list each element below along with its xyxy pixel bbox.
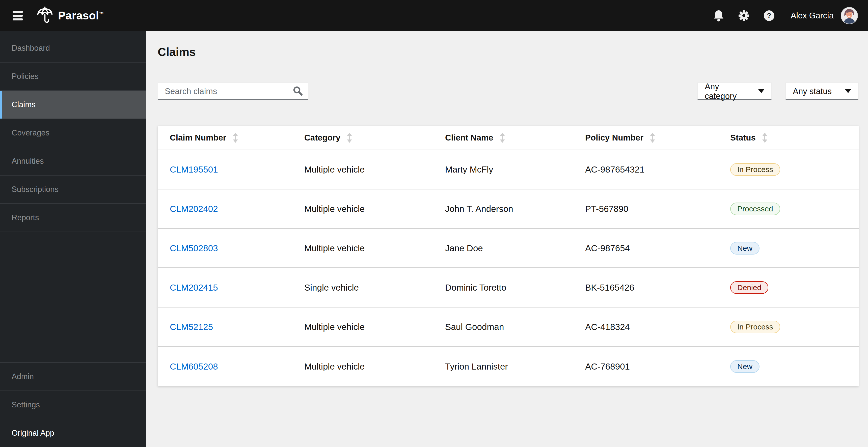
masthead-right: ? Alex Garcia: [699, 7, 858, 24]
policy-number-cell: AC-418324: [573, 322, 718, 332]
table-row: CLM502803 Multiple vehicle Jane Doe AC-9…: [158, 229, 859, 268]
claim-number-link[interactable]: CLM52125: [158, 322, 292, 332]
table-row: CLM52125 Multiple vehicle Saul Goodman A…: [158, 308, 859, 347]
sidebar: Dashboard Policies Claims Coverages Annu…: [0, 31, 146, 447]
sidebar-item-reports[interactable]: Reports: [0, 204, 146, 232]
sidebar-item-claims[interactable]: Claims: [0, 91, 146, 119]
user-name[interactable]: Alex Garcia: [790, 11, 834, 21]
toolbar: Any category Any status: [158, 83, 859, 100]
policy-number-cell: AC-987654: [573, 243, 718, 253]
category-cell: Multiple vehicle: [292, 164, 433, 174]
status-badge: Processed: [730, 202, 780, 215]
client-name-cell: Dominic Toretto: [433, 283, 573, 293]
claim-number-link[interactable]: CLM605208: [158, 361, 292, 372]
sidebar-bottom-nav: Admin Settings Original App: [0, 362, 146, 447]
column-header-client-name[interactable]: Client Name: [433, 133, 573, 143]
client-name-cell: Saul Goodman: [433, 322, 573, 332]
client-name-cell: John T. Anderson: [433, 204, 573, 214]
sort-icon: [650, 133, 655, 143]
sidebar-item-settings[interactable]: Settings: [0, 390, 146, 419]
table-header: Claim Number Category Client Name Policy…: [158, 126, 859, 150]
sidebar-item-policies[interactable]: Policies: [0, 63, 146, 91]
column-header-status[interactable]: Status: [718, 133, 859, 143]
search-box: [158, 83, 308, 100]
policy-number-cell: AC-768901: [573, 361, 718, 372]
chevron-down-icon: [758, 89, 764, 93]
client-name-cell: Jane Doe: [433, 243, 573, 253]
search-input[interactable]: [158, 83, 308, 100]
sort-icon: [233, 133, 238, 143]
status-badge: Denied: [730, 281, 768, 294]
client-name-cell: Marty McFly: [433, 164, 573, 174]
table-row: CLM605208 Multiple vehicle Tyrion Lannis…: [158, 347, 859, 386]
svg-text:?: ?: [767, 11, 771, 20]
claim-number-link[interactable]: CLM502803: [158, 243, 292, 253]
brand[interactable]: Parasol™: [37, 6, 104, 25]
category-cell: Multiple vehicle: [292, 204, 433, 214]
claims-table: Claim Number Category Client Name Policy…: [158, 126, 859, 386]
sidebar-item-subscriptions[interactable]: Subscriptions: [0, 175, 146, 204]
policy-number-cell: BK-5165426: [573, 283, 718, 293]
category-filter-value: Any category: [705, 82, 753, 101]
category-cell: Multiple vehicle: [292, 361, 433, 372]
sidebar-item-annuities[interactable]: Annuities: [0, 147, 146, 175]
sidebar-item-coverages[interactable]: Coverages: [0, 119, 146, 147]
sidebar-item-dashboard[interactable]: Dashboard: [0, 34, 146, 63]
table-row: CLM202415 Single vehicle Dominic Toretto…: [158, 268, 859, 308]
column-header-category[interactable]: Category: [292, 133, 433, 143]
column-header-claim-number[interactable]: Claim Number: [158, 133, 292, 143]
column-header-policy-number[interactable]: Policy Number: [573, 133, 718, 143]
settings-gear-icon[interactable]: [738, 10, 750, 22]
category-cell: Multiple vehicle: [292, 322, 433, 332]
trademark: ™: [99, 11, 104, 17]
status-badge: In Process: [730, 321, 780, 333]
policy-number-cell: AC-987654321: [573, 164, 718, 174]
user-avatar[interactable]: [841, 7, 858, 24]
claim-number-link[interactable]: CLM195501: [158, 164, 292, 174]
sidebar-item-original-app[interactable]: Original App: [0, 419, 146, 447]
status-badge: New: [730, 360, 760, 373]
table-row: CLM195501 Multiple vehicle Marty McFly A…: [158, 150, 859, 189]
sort-icon: [347, 133, 352, 143]
parasol-umbrella-icon: [37, 6, 53, 25]
category-filter-dropdown[interactable]: Any category: [697, 83, 772, 100]
main-content: Claims Any category Any status Claim Num…: [146, 31, 868, 447]
sort-icon: [762, 133, 767, 143]
help-question-icon[interactable]: ?: [763, 10, 775, 22]
sort-icon: [500, 133, 505, 143]
chevron-down-icon: [845, 89, 851, 93]
status-filter-dropdown[interactable]: Any status: [785, 83, 859, 100]
table-row: CLM202402 Multiple vehicle John T. Ander…: [158, 189, 859, 229]
notifications-bell-icon[interactable]: [713, 10, 724, 22]
masthead: Parasol™: [0, 0, 868, 31]
status-badge: In Process: [730, 163, 780, 176]
menu-toggle-icon[interactable]: [12, 11, 23, 21]
status-filter-value: Any status: [793, 87, 832, 96]
sidebar-item-admin[interactable]: Admin: [0, 362, 146, 390]
page-title: Claims: [158, 45, 859, 59]
category-cell: Multiple vehicle: [292, 243, 433, 253]
sidebar-nav: Dashboard Policies Claims Coverages Annu…: [0, 34, 146, 232]
policy-number-cell: PT-567890: [573, 204, 718, 214]
client-name-cell: Tyrion Lannister: [433, 361, 573, 372]
status-badge: New: [730, 242, 760, 255]
category-cell: Single vehicle: [292, 283, 433, 293]
brand-name: Parasol™: [58, 9, 104, 22]
claim-number-link[interactable]: CLM202415: [158, 283, 292, 293]
claim-number-link[interactable]: CLM202402: [158, 204, 292, 214]
